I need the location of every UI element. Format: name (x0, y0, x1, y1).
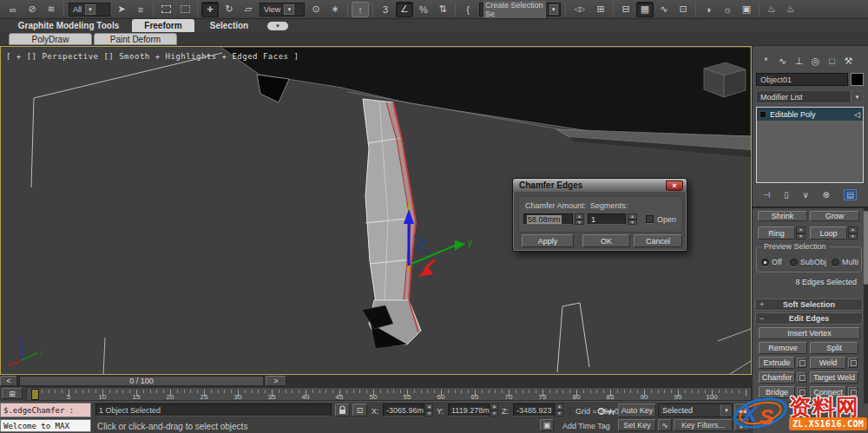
align-button[interactable]: ⊞ (592, 2, 609, 17)
isolate-selection-button[interactable]: ▣ (540, 419, 554, 431)
insert-vertex-button[interactable]: Insert Vertex (759, 327, 860, 339)
close-icon[interactable]: × (666, 180, 683, 191)
chamfer-button[interactable]: Chamfer (759, 371, 795, 384)
configure-modifier-sets-icon[interactable]: ▤ (844, 189, 857, 200)
snaps-toggle-button[interactable]: 3 (377, 2, 394, 17)
scrollbar-thumb[interactable] (864, 211, 868, 285)
apply-button[interactable]: Apply (522, 234, 574, 247)
tab-hierarchy[interactable]: ⊥ (791, 53, 807, 69)
extrude-settings-button[interactable] (797, 358, 806, 368)
viewcube[interactable] (704, 62, 746, 97)
soft-selection-rollout[interactable]: +Soft Selection (755, 299, 863, 311)
weld-button[interactable]: Weld (810, 357, 846, 369)
named-selection-set-dropdown[interactable]: Create Selection Se▼ (479, 3, 561, 16)
subtab-polydraw[interactable]: PolyDraw (9, 33, 92, 45)
tab-graphite-modeling-tools[interactable]: Graphite Modeling Tools (7, 19, 130, 32)
render-setup-button[interactable]: ☼ (719, 2, 736, 17)
x-coordinate-input[interactable]: -3065.96m (383, 403, 424, 417)
cancel-button[interactable]: Cancel (634, 234, 682, 247)
segments-spinner[interactable]: ▲▼ (628, 213, 637, 225)
keyboard-shortcut-override-button[interactable]: ↑ (352, 2, 369, 17)
show-end-result-icon[interactable]: ▯ (784, 190, 789, 200)
open-mini-trackview-button[interactable]: ⊞ (2, 388, 23, 399)
trackbar-prev-button[interactable]: < (0, 376, 17, 386)
selection-lock-button[interactable] (335, 403, 350, 417)
dialog-titlebar[interactable]: Chamfer Edges × (513, 179, 687, 192)
preview-subobj-radio[interactable]: SubObj (790, 258, 826, 266)
bind-to-spacewarp-icon[interactable]: ≋ (43, 2, 60, 17)
schematic-view-button[interactable]: ⊡ (674, 2, 692, 17)
z-spinner[interactable]: ▲▼ (556, 403, 563, 417)
select-and-move-button[interactable]: + (201, 2, 219, 17)
set-key-button[interactable]: Set Key (618, 419, 656, 431)
select-and-rotate-button[interactable]: ↻ (220, 2, 238, 17)
weld-settings-button[interactable] (848, 358, 858, 368)
open-checkbox[interactable] (646, 215, 654, 223)
percent-snap-toggle-button[interactable]: % (415, 2, 432, 17)
x-spinner[interactable]: ▲▼ (425, 403, 433, 417)
maxscript-listener-line[interactable]: $.edgeChamfer : (0, 403, 91, 417)
tab-create[interactable]: * (758, 53, 774, 69)
subtab-paint-deform[interactable]: Paint Deform (94, 33, 177, 45)
key-mode-dropdown[interactable]: Selected ▼ (658, 403, 733, 417)
material-editor-button[interactable]: ◑ (700, 2, 717, 17)
tab-modify[interactable]: ∿ (774, 53, 791, 69)
set-key-toggle-button[interactable] (597, 404, 616, 417)
selection-filter-dropdown[interactable]: All▼ (69, 3, 110, 16)
edit-edges-rollout[interactable]: −Edit Edges (755, 312, 863, 325)
layer-manager-button[interactable]: ⊟ (617, 2, 635, 17)
select-and-link-icon[interactable]: ∞ (4, 2, 22, 17)
shrink-button[interactable]: Shrink (758, 211, 807, 221)
use-pivot-center-button[interactable]: ⊙ (307, 2, 325, 17)
ring-button[interactable]: Ring (758, 226, 795, 239)
curve-editor-button[interactable]: ∿ (655, 2, 673, 17)
target-weld-button[interactable]: Target Weld (810, 371, 858, 384)
tab-selection[interactable]: Selection (198, 19, 260, 32)
ring-spinner[interactable]: ▲▼ (796, 226, 806, 239)
mirror-button[interactable]: ◁▷ (569, 2, 590, 17)
make-unique-icon[interactable]: ∨ (803, 190, 809, 200)
render-production-button[interactable]: ♨ (763, 2, 780, 17)
y-spinner[interactable]: ▲▼ (490, 403, 498, 417)
loop-spinner[interactable]: ▲▼ (848, 226, 858, 239)
stack-item-editable-poly[interactable]: Editable Poly ◁ (757, 108, 863, 121)
z-coordinate-input[interactable]: -3485.923 (513, 403, 555, 417)
select-and-scale-button[interactable]: ▱ (240, 2, 257, 17)
unlink-selection-icon[interactable]: ⊘ (23, 2, 41, 17)
time-slider-handle[interactable] (31, 389, 39, 400)
edit-named-selection-sets-button[interactable]: { (459, 2, 477, 17)
maxscript-welcome-line[interactable]: Welcome to MAX (0, 419, 91, 432)
rendered-frame-window-button[interactable]: ▣ (738, 2, 755, 17)
grow-button[interactable]: Grow (810, 211, 859, 221)
tab-utilities[interactable]: ⚒ (840, 53, 857, 69)
preview-off-radio[interactable]: Off (761, 258, 782, 266)
ok-button[interactable]: OK (582, 234, 630, 247)
pin-stack-icon[interactable]: ⊣ (763, 190, 771, 200)
tab-display[interactable]: □ (824, 53, 840, 69)
preview-multi-radio[interactable]: Multi (832, 258, 858, 266)
absolute-mode-button[interactable]: ⊡ (352, 403, 367, 417)
split-button[interactable]: Split (810, 342, 858, 354)
quick-render-button[interactable]: ♨ (782, 2, 799, 17)
y-coordinate-input[interactable]: 1119.278m (448, 403, 490, 417)
object-color-swatch[interactable] (851, 73, 864, 86)
tab-motion[interactable]: ◎ (807, 53, 824, 69)
chamfer-amount-input[interactable]: 58.08mm (523, 213, 573, 225)
tab-freeform[interactable]: Freeform (132, 19, 194, 32)
key-filters-button[interactable]: Key Filters... (674, 419, 733, 431)
timeline-ruler[interactable]: 5101520253035404550556065707580859095100 (26, 387, 752, 401)
select-by-name-button[interactable]: ≡ (132, 2, 149, 17)
add-time-tag[interactable]: Add Time Tag (562, 422, 610, 430)
select-object-button[interactable]: ➤ (113, 2, 130, 17)
angle-snap-toggle-button[interactable]: ∠ (396, 2, 413, 17)
new-key-filter-button[interactable]: ∿ (658, 419, 672, 431)
segments-input[interactable]: 1 (588, 213, 626, 225)
ribbon-minimize-button[interactable]: ▼ (267, 22, 288, 30)
trackbar-next-button[interactable]: > (266, 376, 286, 386)
reference-coordinate-dropdown[interactable]: View▼ (260, 3, 305, 16)
window-crossing-toggle-button[interactable] (176, 2, 194, 17)
graphite-toolbox-button[interactable]: ▦ (636, 2, 654, 17)
object-name-input[interactable]: Object01 (756, 73, 848, 86)
chamfer-amount-spinner[interactable]: ▲▼ (575, 213, 584, 225)
gizmo-x-axis[interactable] (424, 259, 435, 269)
